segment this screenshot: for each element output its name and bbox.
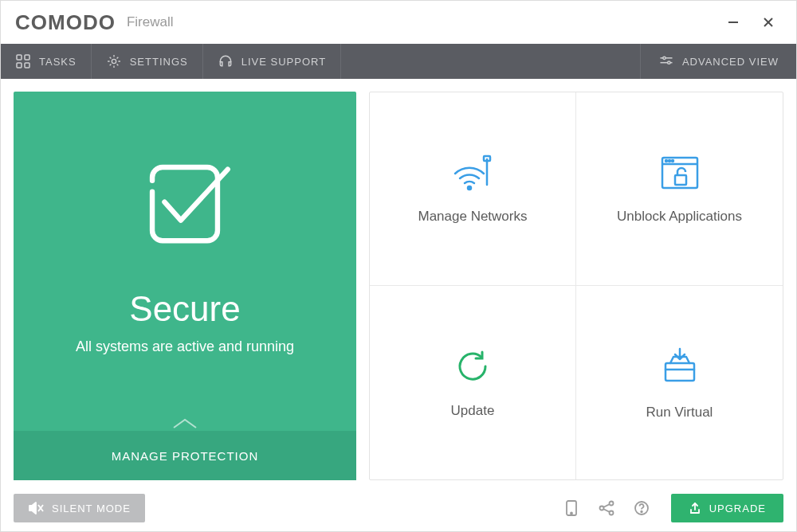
tasks-label: TASKS: [39, 56, 77, 68]
titlebar: COMODO Firewall: [1, 1, 796, 44]
speaker-mute-icon: [28, 501, 44, 515]
settings-button[interactable]: SETTINGS: [92, 44, 203, 79]
main-area: Secure All systems are active and runnin…: [1, 79, 796, 493]
tasks-button[interactable]: TASKS: [1, 44, 92, 79]
svg-line-30: [603, 504, 610, 507]
phone-icon: [564, 499, 579, 517]
upload-icon: [689, 502, 701, 514]
svg-rect-4: [25, 55, 29, 60]
upgrade-label: UPGRADE: [709, 503, 766, 514]
svg-line-31: [603, 509, 610, 512]
silent-mode-button[interactable]: SILENT MODE: [14, 494, 145, 522]
svg-point-17: [665, 160, 667, 162]
svg-point-10: [663, 57, 665, 59]
svg-point-18: [669, 160, 670, 162]
box-download-icon: [659, 346, 701, 387]
manage-networks-tile[interactable]: Manage Networks: [370, 92, 576, 286]
run-virtual-label: Run Virtual: [646, 405, 713, 421]
svg-rect-20: [675, 175, 686, 185]
app-subtitle: Firewall: [127, 14, 174, 30]
status-title: Secure: [129, 289, 240, 329]
status-subtitle: All systems are active and running: [76, 338, 294, 355]
update-label: Update: [451, 403, 495, 419]
unblock-applications-label: Unblock Applications: [617, 209, 742, 225]
advanced-view-button[interactable]: ADVANCED VIEW: [640, 44, 796, 79]
upgrade-button[interactable]: UPGRADE: [671, 494, 783, 522]
live-support-label: LIVE SUPPORT: [241, 56, 326, 68]
help-icon: [634, 500, 650, 516]
svg-rect-5: [17, 63, 22, 68]
manage-protection-button[interactable]: MANAGE PROTECTION: [14, 431, 356, 480]
minimize-icon: [727, 16, 740, 29]
svg-rect-21: [665, 363, 694, 381]
gear-icon: [106, 53, 122, 69]
headset-icon: [218, 53, 234, 69]
svg-point-7: [112, 59, 116, 63]
tiles-grid: Manage Networks Unblock Applications Upd…: [369, 92, 783, 480]
update-tile[interactable]: Update: [370, 286, 576, 479]
toolbar: TASKS SETTINGS LIVE SUPPORT ADVANCED VIE…: [1, 44, 796, 79]
brand-logo: COMODO: [15, 10, 116, 35]
svg-point-26: [571, 513, 572, 514]
unlock-window-icon: [659, 153, 701, 191]
settings-label: SETTINGS: [130, 56, 188, 68]
app-window: COMODO Firewall TASKS SETTINGS LIVE SUPP…: [0, 0, 797, 532]
minimize-button[interactable]: [720, 9, 747, 36]
silent-mode-label: SILENT MODE: [52, 503, 131, 514]
grid-icon: [15, 53, 31, 69]
share-icon: [598, 500, 615, 516]
chevron-up-icon[interactable]: [169, 415, 201, 431]
help-button[interactable]: [630, 496, 654, 520]
svg-rect-6: [25, 63, 29, 68]
manage-protection-label: MANAGE PROTECTION: [112, 449, 259, 463]
svg-point-19: [672, 160, 673, 162]
svg-point-12: [468, 186, 471, 190]
share-button[interactable]: [595, 496, 618, 520]
svg-point-11: [668, 61, 670, 64]
close-button[interactable]: [755, 9, 782, 36]
manage-networks-label: Manage Networks: [418, 209, 527, 225]
unblock-applications-tile[interactable]: Unblock Applications: [576, 92, 783, 286]
close-icon: [762, 16, 775, 29]
svg-point-33: [641, 511, 642, 513]
status-panel: Secure All systems are active and runnin…: [14, 92, 356, 480]
svg-rect-3: [17, 55, 22, 60]
wifi-icon: [450, 153, 495, 191]
sliders-icon: [658, 53, 674, 69]
svg-rect-15: [662, 158, 697, 188]
mobile-button[interactable]: [559, 496, 583, 520]
secure-check-icon: [134, 149, 236, 251]
live-support-button[interactable]: LIVE SUPPORT: [203, 44, 341, 79]
advanced-view-label: ADVANCED VIEW: [682, 56, 779, 68]
footer: SILENT MODE UPGRADE: [1, 493, 796, 531]
run-virtual-tile[interactable]: Run Virtual: [576, 286, 783, 479]
refresh-icon: [453, 347, 492, 385]
